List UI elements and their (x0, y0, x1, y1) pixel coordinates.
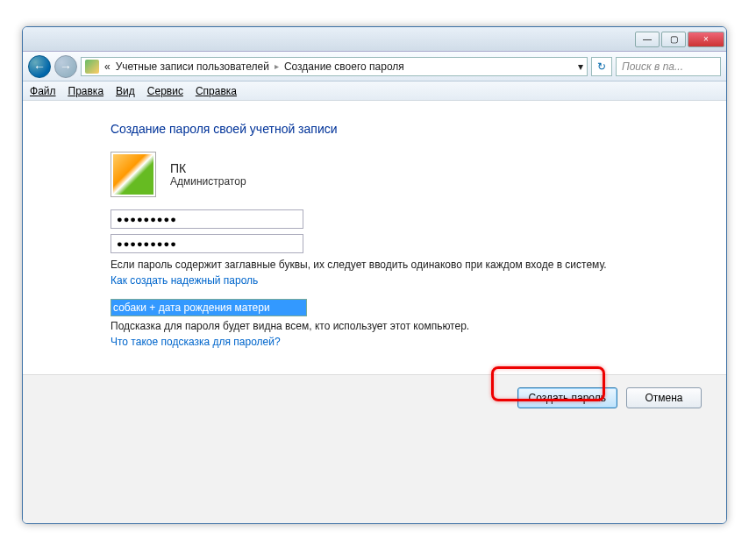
caps-warning-text: Если пароль содержит заглавные буквы, их… (111, 259, 638, 271)
menu-tools[interactable]: Сервис (147, 85, 183, 97)
chevron-down-icon[interactable]: ▾ (578, 60, 583, 73)
search-input[interactable]: Поиск в па... (616, 57, 721, 76)
password-hint-link[interactable]: Что такое подсказка для паролей? (111, 336, 281, 348)
maximize-icon: ▢ (670, 34, 678, 44)
menu-view[interactable]: Вид (116, 85, 135, 97)
menu-help[interactable]: Справка (196, 85, 237, 97)
new-password-field[interactable] (111, 209, 303, 229)
refresh-button[interactable]: ↻ (591, 57, 612, 76)
user-info: ПК Администратор (111, 152, 638, 197)
avatar-image (113, 154, 153, 195)
page-title: Создание пароля своей учетной записи (111, 122, 638, 136)
breadcrumb-item[interactable]: Создание своего пароля (284, 60, 404, 73)
password-hint-field[interactable] (111, 299, 307, 316)
forward-button[interactable]: → (54, 55, 77, 78)
cancel-label: Отмена (645, 392, 682, 404)
breadcrumb-item[interactable]: Учетные записи пользователей (116, 60, 269, 73)
location-bar[interactable]: « Учетные записи пользователей ▸ Создани… (81, 57, 588, 76)
confirm-password-field[interactable] (111, 234, 303, 253)
breadcrumb-prefix: « (104, 60, 111, 73)
maximize-button[interactable]: ▢ (661, 32, 686, 47)
titlebar: — ▢ × (23, 27, 726, 52)
addressbar: ← → « Учетные записи пользователей ▸ Соз… (23, 52, 726, 82)
menu-file[interactable]: Файл (30, 85, 56, 97)
back-icon: ← (33, 60, 46, 74)
forward-icon: → (60, 60, 72, 74)
back-button[interactable]: ← (28, 55, 51, 78)
create-password-button[interactable]: Создать пароль (517, 387, 617, 408)
content-area: Создание пароля своей учетной записи ПК … (23, 101, 726, 369)
search-placeholder: Поиск в па... (622, 60, 683, 73)
user-accounts-icon (85, 60, 99, 74)
close-button[interactable]: × (688, 32, 724, 47)
strong-password-link[interactable]: Как создать надежный пароль (111, 274, 258, 287)
minimize-icon: — (643, 34, 652, 44)
refresh-icon: ↻ (597, 60, 606, 73)
avatar (111, 152, 156, 197)
footer: Создать пароль Отмена (23, 374, 726, 523)
menu-edit[interactable]: Правка (68, 85, 104, 97)
user-name: ПК (170, 161, 246, 175)
window: — ▢ × ← → « Учетные записи пользователей… (22, 26, 727, 524)
close-icon: × (703, 34, 709, 44)
chevron-right-icon: ▸ (275, 61, 279, 71)
create-password-label: Создать пароль (529, 392, 606, 404)
menubar: Файл Правка Вид Сервис Справка (23, 82, 726, 101)
hint-visible-text: Подсказка для пароля будет видна всем, к… (111, 320, 638, 332)
cancel-button[interactable]: Отмена (626, 387, 702, 408)
minimize-button[interactable]: — (635, 32, 660, 47)
user-role: Администратор (170, 175, 246, 188)
